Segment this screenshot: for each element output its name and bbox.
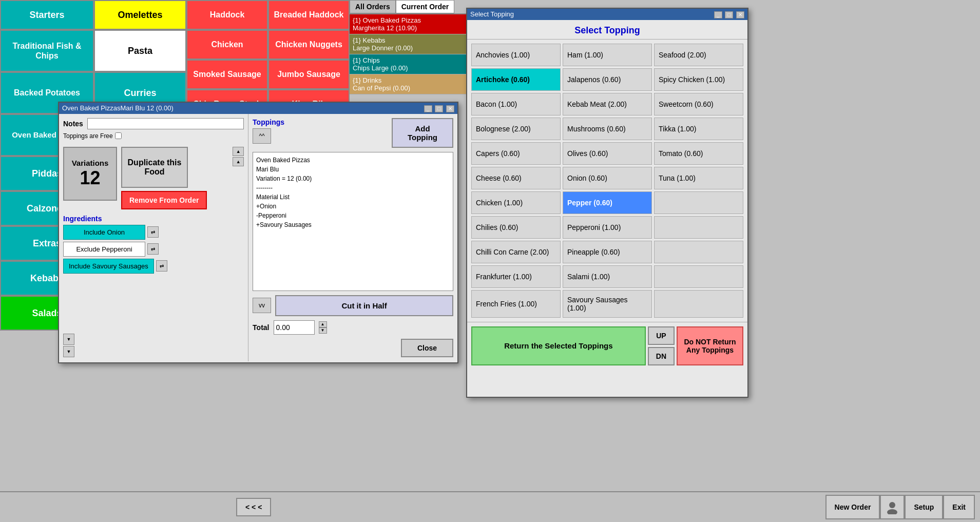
maximize-btn[interactable]: □ — [435, 105, 443, 112]
total-label: Total — [253, 323, 269, 332]
ingredient-up-arrow[interactable]: ▲ — [233, 147, 244, 156]
sidebar-item-omelettes[interactable]: Omelettes — [94, 0, 186, 30]
orders-tabs: All Orders Current Order — [350, 0, 469, 14]
ingredient-include-onion[interactable]: Include Onion — [63, 225, 145, 240]
topping-empty5[interactable] — [654, 290, 743, 318]
sidebar-item-pasta[interactable]: Pasta — [94, 30, 186, 72]
ingredient-exclude-pepperoni[interactable]: Exclude Pepperoni — [63, 242, 145, 257]
topping-bacon[interactable]: Bacon (1.00) — [471, 93, 561, 115]
new-order-btn[interactable]: New Order — [825, 495, 880, 519]
topping-empty3[interactable] — [654, 241, 743, 263]
st-maximize-btn[interactable]: □ — [725, 11, 733, 18]
ingredient-up-arrow2[interactable]: ▲ — [233, 157, 244, 166]
order-item-kebabs[interactable]: {1} Kebabs Large Donner (0.00) — [350, 34, 469, 54]
st-close-btn[interactable]: ✕ — [736, 11, 744, 18]
topping-frankfurter[interactable]: Frankfurter (1.00) — [471, 265, 561, 288]
topping-salami[interactable]: Salami (1.00) — [563, 265, 652, 288]
sidebar-item-trad-fish[interactable]: Traditional Fish & Chips — [0, 30, 94, 72]
food-btn-breaded-haddock[interactable]: Breaded Haddock — [268, 0, 350, 30]
topping-ham[interactable]: Ham (1.00) — [563, 44, 652, 66]
topping-french-fries[interactable]: French Fries (1.00) — [471, 290, 561, 318]
topping-pineapple[interactable]: Pineapple (0.60) — [563, 241, 652, 263]
close-food-edit-btn[interactable]: Close — [401, 339, 453, 357]
toppings-dn-btn[interactable]: DN — [648, 347, 675, 365]
bottom-bar: < < < New Order Setup Exit — [0, 491, 980, 522]
topping-cheese[interactable]: Cheese (0.60) — [471, 167, 561, 189]
total-dn-spin[interactable]: ▼ — [319, 327, 327, 334]
close-dialog-btn[interactable]: ✕ — [446, 105, 454, 112]
st-minimize-btn[interactable]: _ — [714, 11, 722, 18]
ingredient-swap-onion[interactable]: ⇄ — [147, 226, 159, 238]
toppings-free-checkbox[interactable] — [115, 132, 122, 139]
total-up-spin[interactable]: ▲ — [319, 321, 327, 327]
topping-empty4[interactable] — [654, 265, 743, 288]
topping-tomato[interactable]: Tomato (0.60) — [654, 142, 743, 165]
topping-chilli-con-carne[interactable]: Chilli Con Carne (2.00) — [471, 241, 561, 263]
topping-empty1[interactable] — [654, 191, 743, 214]
ingredient-swap-pepperoni[interactable]: ⇄ — [147, 243, 159, 255]
topping-seafood[interactable]: Seafood (2.00) — [654, 44, 743, 66]
topping-kebab-meat[interactable]: Kebab Meat (2.00) — [563, 93, 652, 115]
exit-btn[interactable]: Exit — [943, 495, 975, 519]
topping-tuna[interactable]: Tuna (1.00) — [654, 167, 743, 189]
titlebar-controls: _ □ ✕ — [423, 104, 454, 112]
topping-empty2[interactable] — [654, 216, 743, 239]
topping-jalapenos[interactable]: Jalapenos (0.60) — [563, 68, 652, 91]
topping-capers[interactable]: Capers (0.60) — [471, 142, 561, 165]
topping-anchovies[interactable]: Anchovies (1.00) — [471, 44, 561, 66]
topping-savoury-sausages[interactable]: Savoury Sausages (1.00) — [563, 290, 652, 318]
notes-input[interactable] — [87, 118, 244, 129]
topping-mushrooms[interactable]: Mushrooms (0.60) — [563, 118, 652, 140]
sidebar-item-starters[interactable]: Starters — [0, 0, 94, 30]
ingredients-title: Ingredients — [63, 215, 244, 223]
order-line4: Material List — [256, 192, 450, 202]
topping-tikka[interactable]: Tikka (1.00) — [654, 118, 743, 140]
food-btn-jumbo-sausage[interactable]: Jumbo Sausage — [268, 60, 350, 89]
order-details-box: Oven Baked Pizzas Mari Blu Variation = 1… — [253, 152, 453, 291]
food-btn-haddock[interactable]: Haddock — [186, 0, 268, 30]
orders-panel: All Orders Current Order {1} Oven Baked … — [350, 0, 469, 113]
topping-chicken[interactable]: Chicken (1.00) — [471, 191, 561, 214]
do-not-return-btn[interactable]: Do NOT Return Any Toppings — [677, 326, 743, 365]
topping-pepper[interactable]: Pepper (0.60) — [563, 191, 652, 214]
ingredient-include-savoury[interactable]: Include Savoury Sausages — [63, 259, 154, 274]
topping-up-btn[interactable]: ^^ — [253, 128, 271, 144]
total-input[interactable] — [274, 320, 315, 335]
variations-box[interactable]: Variations 12 — [63, 147, 117, 201]
setup-btn[interactable]: Setup — [905, 495, 943, 519]
toppings-up-btn[interactable]: UP — [648, 326, 675, 345]
cut-in-half-btn[interactable]: Cut it in Half — [275, 295, 453, 316]
order-item-chips[interactable]: {1} Chips Chips Large (0.00) — [350, 54, 469, 74]
food-btn-smoked-sausage[interactable]: Smoked Sausage — [186, 60, 268, 89]
variations-number: 12 — [80, 167, 100, 189]
remove-from-order-btn[interactable]: Remove From Order — [121, 191, 207, 209]
topping-bolognese[interactable]: Bolognese (2.00) — [471, 118, 561, 140]
add-topping-btn[interactable]: Add Topping — [392, 118, 453, 148]
topping-chilies[interactable]: Chilies (0.60) — [471, 216, 561, 239]
duplicate-food-btn[interactable]: Duplicate this Food — [121, 147, 188, 188]
food-edit-dialog: Oven Baked PizzasMari Blu 12 (0.00) _ □ … — [58, 102, 458, 363]
avatar[interactable] — [880, 495, 905, 519]
ingredient-down-arrow[interactable]: ▼ — [63, 334, 74, 345]
ingredient-down-arrow2[interactable]: ▼ — [63, 346, 74, 357]
right-left-menu: Omelettes Pasta Curries — [94, 0, 186, 114]
ingredient-swap-savoury[interactable]: ⇄ — [156, 260, 167, 272]
order-item-drinks[interactable]: {1} Drinks Can of Pepsi (0.00) — [350, 74, 469, 94]
order-line3: Variation = 12 (0.00) — [256, 174, 450, 183]
tab-all-orders[interactable]: All Orders — [350, 0, 396, 13]
topping-olives[interactable]: Olives (0.60) — [563, 142, 652, 165]
return-selected-toppings-btn[interactable]: Return the Selected Toppings — [471, 326, 646, 365]
topping-pepperoni[interactable]: Pepperoni (1.00) — [563, 216, 652, 239]
topping-onion[interactable]: Onion (0.60) — [563, 167, 652, 189]
minimize-btn[interactable]: _ — [424, 105, 432, 112]
tab-current-order[interactable]: Current Order — [396, 0, 455, 13]
food-edit-title: Oven Baked PizzasMari Blu 12 (0.00) — [62, 104, 174, 112]
topping-artichoke[interactable]: Artichoke (0.60) — [471, 68, 561, 91]
topping-sweetcorn[interactable]: Sweetcorn (0.60) — [654, 93, 743, 115]
nav-back-btn[interactable]: < < < — [236, 498, 271, 516]
topping-down-btn[interactable]: vv — [253, 298, 271, 313]
order-item-pizzas[interactable]: {1} Oven Baked Pizzas Margherita 12 (10.… — [350, 14, 469, 34]
topping-spicy-chicken[interactable]: Spicy Chicken (1.00) — [654, 68, 743, 91]
food-btn-chicken[interactable]: Chicken — [186, 30, 268, 60]
food-btn-chicken-nuggets[interactable]: Chicken Nuggets — [268, 30, 350, 60]
